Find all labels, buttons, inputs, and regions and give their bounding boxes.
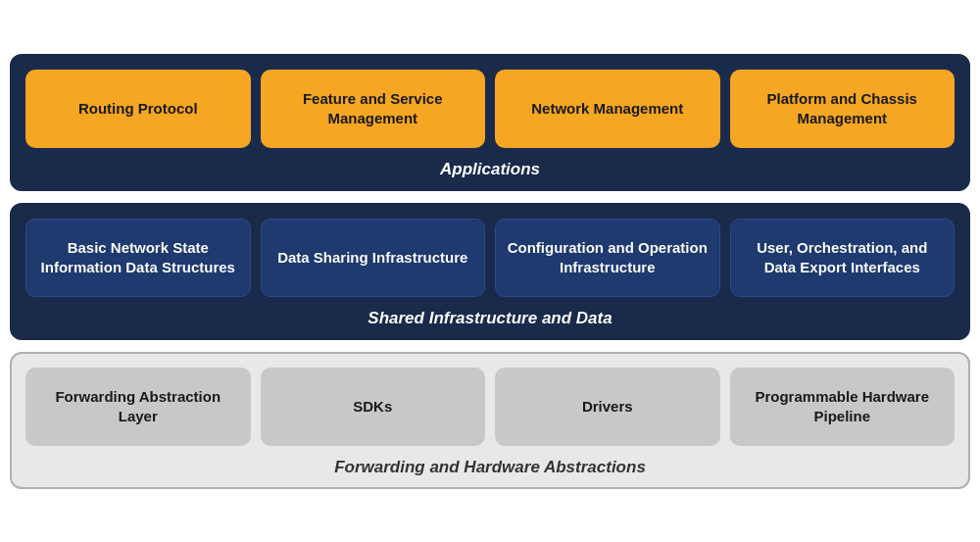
forwarding-label: Forwarding and Hardware Abstractions bbox=[25, 454, 955, 477]
applications-label: Applications bbox=[25, 156, 955, 179]
card-feature-service-mgmt: Feature and Service Management bbox=[261, 70, 486, 148]
card-drivers: Drivers bbox=[495, 368, 720, 446]
applications-section: Routing ProtocolFeature and Service Mana… bbox=[10, 54, 970, 191]
card-network-mgmt: Network Management bbox=[495, 70, 720, 148]
card-config-operation-infra: Configuration and Operation Infrastructu… bbox=[495, 219, 720, 297]
card-forwarding-abstraction: Forwarding Abstraction Layer bbox=[25, 368, 251, 446]
shared-label: Shared Infrastructure and Data bbox=[25, 305, 955, 328]
card-basic-network-state: Basic Network State Information Data Str… bbox=[25, 219, 251, 297]
card-routing-protocol: Routing Protocol bbox=[25, 70, 251, 148]
card-sdks: SDKs bbox=[261, 368, 486, 446]
forwarding-section: Forwarding Abstraction LayerSDKsDriversP… bbox=[10, 352, 970, 489]
forwarding-cards-row: Forwarding Abstraction LayerSDKsDriversP… bbox=[25, 368, 955, 446]
architecture-diagram: Routing ProtocolFeature and Service Mana… bbox=[10, 54, 970, 489]
shared-section: Basic Network State Information Data Str… bbox=[10, 203, 970, 340]
card-data-sharing-infra: Data Sharing Infrastructure bbox=[261, 219, 486, 297]
applications-cards-row: Routing ProtocolFeature and Service Mana… bbox=[25, 70, 955, 148]
card-user-orchestration: User, Orchestration, and Data Export Int… bbox=[730, 219, 956, 297]
shared-cards-row: Basic Network State Information Data Str… bbox=[25, 219, 955, 297]
card-platform-chassis-mgmt: Platform and Chassis Management bbox=[730, 70, 956, 148]
card-programmable-hardware: Programmable Hardware Pipeline bbox=[730, 368, 956, 446]
